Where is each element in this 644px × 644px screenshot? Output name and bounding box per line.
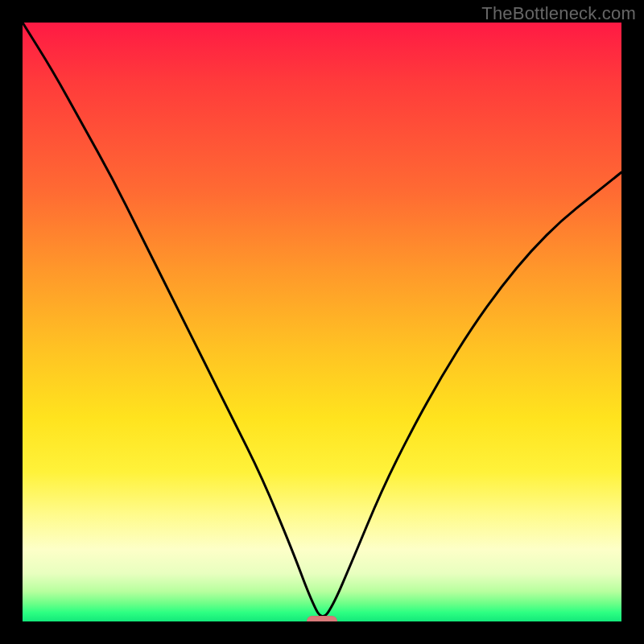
optimal-range-marker xyxy=(307,616,336,621)
watermark-text: TheBottleneck.com xyxy=(481,3,636,24)
bottleneck-curve xyxy=(23,23,621,621)
plot-area xyxy=(23,23,621,621)
chart-canvas: TheBottleneck.com xyxy=(0,0,644,644)
curve-path xyxy=(23,23,621,617)
